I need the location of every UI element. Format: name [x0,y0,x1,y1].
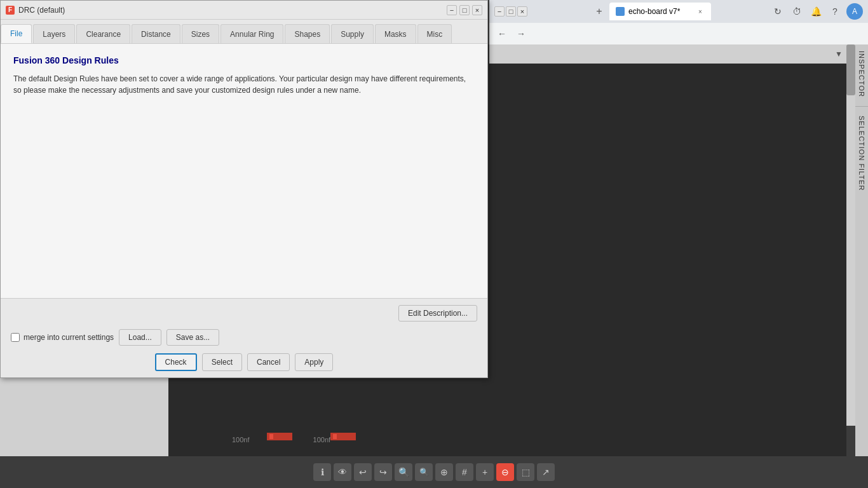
refresh-icon[interactable]: ↻ [770,4,785,19]
browser-minimize[interactable]: − [494,6,505,17]
tab-favicon [616,7,625,16]
dialog-minimize-btn[interactable]: − [447,5,457,15]
tab-clearance[interactable]: Clearance [76,24,130,43]
edit-description-btn[interactable]: Edit Description... [398,305,477,322]
zoom-in-btn[interactable]: 🔍 [415,463,433,481]
browser-maximize[interactable]: □ [506,6,516,17]
dialog-window-controls: − □ × [447,5,482,15]
scrollbar[interactable] [846,44,855,426]
help-icon[interactable]: ? [827,4,843,19]
user-avatar[interactable]: A [846,3,863,20]
pcb-label-1: 100nf [232,436,250,444]
add-btn[interactable]: + [476,463,494,481]
tab-masks[interactable]: Masks [375,24,416,43]
content-title: Fusion 360 Design Rules [13,55,475,65]
scrollbar-thumb[interactable] [846,44,855,95]
footer-middle-row: merge into current settings Load... Save… [11,329,477,346]
new-tab-icon[interactable]: + [592,4,607,19]
back-btn[interactable]: ← [494,26,510,41]
stop-btn[interactable]: ⊖ [496,463,514,481]
tab-supply[interactable]: Supply [331,24,374,43]
select-btn[interactable]: Select [202,353,242,371]
bell-icon[interactable]: 🔔 [808,4,824,19]
tab-misc[interactable]: Misc [417,24,452,43]
eye-btn[interactable]: 👁 [334,463,351,481]
dialog-maximize-btn[interactable]: □ [459,5,470,15]
canvas-topbar: ▼ [489,44,846,64]
zoom-out-btn[interactable]: 🔍 [395,463,412,481]
dialog-footer: Edit Description... merge into current s… [1,298,487,377]
check-btn[interactable]: Check [155,353,197,371]
grid-btn[interactable]: # [456,463,473,481]
dialog-title: DRC (default) [18,6,447,15]
tab-shapes[interactable]: Shapes [285,24,330,43]
bottom-toolbar: ℹ 👁 ↩ ↪ 🔍 🔍 ⊕ # + ⊖ ⬚ ↗ [0,456,868,488]
tab-bar: File Layers Clearance Distance Sizes Ann… [1,20,487,44]
merge-label-text: merge into current settings [24,333,114,342]
tab-sizes[interactable]: Sizes [182,24,219,43]
selection-btn[interactable]: ⬚ [517,463,534,481]
tab-annular-ring[interactable]: Annular Ring [220,24,283,43]
tab-distance[interactable]: Distance [132,24,180,43]
merge-checkbox-label[interactable]: merge into current settings [11,333,114,342]
browser-nav-bar: ← → [489,23,868,44]
dialog-close-btn[interactable]: × [472,5,482,15]
tab-title: echo-board v7* [628,7,680,16]
tab-layers[interactable]: Layers [33,24,75,43]
browser-close[interactable]: × [517,6,527,17]
zoom-fit-btn[interactable]: ⊕ [435,463,453,481]
browser-tab-bar: − □ × + echo-board v7* × ↻ ⏱ 🔔 ? A [489,0,868,23]
inspector-label: INSPECTOR [858,44,865,104]
footer-top-row: Edit Description... [11,305,477,322]
arrow-btn[interactable]: ↗ [537,463,555,481]
undo-btn[interactable]: ↩ [354,463,372,481]
browser-tab[interactable]: echo-board v7* × [609,3,711,20]
history-icon[interactable]: ⏱ [789,4,804,19]
redo-btn[interactable]: ↪ [374,463,392,481]
pcb-label-2: 100nf [313,436,331,444]
dialog-titlebar: F DRC (default) − □ × [1,1,487,20]
forward-btn[interactable]: → [513,26,529,41]
footer-bottom-row: Check Select Cancel Apply [11,353,477,371]
info-btn[interactable]: ℹ [313,463,331,481]
dialog-window: F DRC (default) − □ × File Layers Cleara… [0,0,488,378]
apply-btn[interactable]: Apply [295,353,333,371]
content-desc: The default Design Rules have been set t… [13,73,475,96]
selection-filter-label: SELECTION FILTER [858,109,865,197]
tab-file[interactable]: File [1,24,32,43]
cancel-btn[interactable]: Cancel [247,353,290,371]
right-sidebar: INSPECTOR SELECTION FILTER [855,44,868,488]
dialog-icon: F [6,6,15,15]
dropdown-arrow[interactable]: ▼ [834,49,844,59]
save-as-btn[interactable]: Save as... [166,329,219,346]
dialog-content: Fusion 360 Design Rules The default Desi… [1,44,487,298]
merge-checkbox[interactable] [11,333,20,342]
tab-close-icon[interactable]: × [696,7,705,16]
load-btn[interactable]: Load... [119,329,161,346]
browser-chrome: − □ × + echo-board v7* × ↻ ⏱ 🔔 ? A ← → [489,0,868,44]
